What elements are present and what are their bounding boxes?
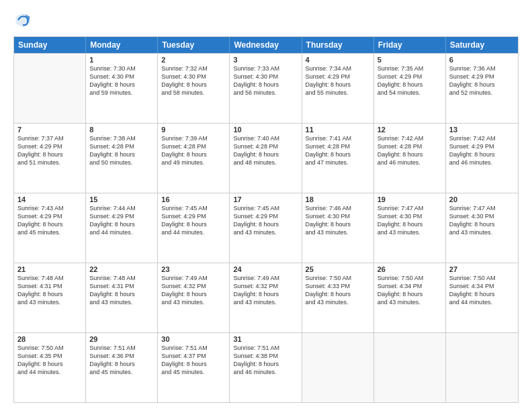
calendar-week-row: 28Sunrise: 7:50 AMSunset: 4:35 PMDayligh…: [14, 332, 518, 402]
cell-info-line: Daylight: 8 hours: [89, 81, 154, 89]
cell-info-line: and 52 minutes.: [449, 89, 515, 97]
cell-info-line: Sunset: 4:29 PM: [161, 212, 226, 220]
day-number: 5: [378, 56, 442, 64]
cell-info-line: Daylight: 8 hours: [449, 150, 515, 158]
calendar: SundayMondayTuesdayWednesdayThursdayFrid…: [13, 36, 519, 403]
calendar-cell: 12Sunrise: 7:42 AMSunset: 4:28 PMDayligh…: [374, 124, 446, 193]
calendar-cell: 11Sunrise: 7:41 AMSunset: 4:28 PMDayligh…: [302, 124, 374, 193]
cell-info-line: Sunrise: 7:46 AM: [306, 204, 370, 212]
calendar-header: SundayMondayTuesdayWednesdayThursdayFrid…: [14, 37, 518, 53]
calendar-header-cell: Monday: [86, 37, 158, 53]
page-header: [13, 11, 519, 30]
cell-info-line: Sunrise: 7:49 AM: [233, 274, 298, 282]
day-number: 18: [306, 195, 370, 203]
cell-info-line: Daylight: 8 hours: [378, 290, 442, 298]
cell-info-line: Daylight: 8 hours: [161, 150, 226, 158]
cell-info-line: Sunrise: 7:40 AM: [233, 134, 298, 142]
cell-info-line: Daylight: 8 hours: [89, 150, 154, 158]
cell-info-line: Daylight: 8 hours: [161, 360, 226, 368]
calendar-header-cell: Sunday: [14, 37, 86, 53]
cell-info-line: Sunrise: 7:48 AM: [17, 274, 82, 282]
cell-info-line: Sunset: 4:34 PM: [378, 282, 442, 290]
cell-info-line: Daylight: 8 hours: [378, 150, 442, 158]
day-number: 4: [306, 56, 370, 64]
day-number: 16: [161, 195, 226, 203]
calendar-cell: 31Sunrise: 7:51 AMSunset: 4:38 PMDayligh…: [230, 333, 302, 402]
calendar-cell: 18Sunrise: 7:46 AMSunset: 4:30 PMDayligh…: [302, 193, 374, 263]
cell-info-line: Sunset: 4:28 PM: [161, 142, 226, 150]
cell-info-line: Sunset: 4:30 PM: [89, 73, 154, 81]
cell-info-line: Daylight: 8 hours: [306, 290, 370, 298]
cell-info-line: Sunset: 4:37 PM: [161, 352, 226, 360]
cell-info-line: Daylight: 8 hours: [233, 220, 298, 228]
calendar-header-cell: Saturday: [446, 37, 518, 53]
calendar-cell: 9Sunrise: 7:39 AMSunset: 4:28 PMDaylight…: [158, 124, 230, 193]
day-number: 15: [89, 195, 154, 203]
day-number: 8: [89, 126, 154, 134]
cell-info-line: Sunrise: 7:42 AM: [378, 134, 442, 142]
cell-info-line: Sunset: 4:31 PM: [89, 282, 154, 290]
cell-info-line: Sunset: 4:34 PM: [449, 282, 515, 290]
cell-info-line: and 50 minutes.: [89, 158, 154, 167]
calendar-week-row: 14Sunrise: 7:43 AMSunset: 4:29 PMDayligh…: [14, 193, 518, 263]
calendar-cell: 19Sunrise: 7:47 AMSunset: 4:30 PMDayligh…: [374, 193, 446, 263]
cell-info-line: Sunset: 4:30 PM: [449, 212, 515, 220]
day-number: 3: [233, 56, 298, 64]
cell-info-line: Sunrise: 7:50 AM: [17, 344, 82, 352]
cell-info-line: Sunrise: 7:45 AM: [161, 204, 226, 212]
day-number: 17: [233, 195, 298, 203]
calendar-cell: 14Sunrise: 7:43 AMSunset: 4:29 PMDayligh…: [14, 193, 86, 263]
day-number: 26: [378, 265, 442, 273]
cell-info-line: Sunrise: 7:33 AM: [233, 64, 298, 73]
cell-info-line: and 43 minutes.: [17, 298, 82, 306]
calendar-header-cell: Tuesday: [158, 37, 230, 53]
day-number: 13: [449, 126, 515, 134]
calendar-body: 1Sunrise: 7:30 AMSunset: 4:30 PMDaylight…: [14, 53, 518, 402]
calendar-cell: 7Sunrise: 7:37 AMSunset: 4:29 PMDaylight…: [14, 124, 86, 193]
day-number: 21: [17, 265, 82, 273]
calendar-header-cell: Wednesday: [230, 37, 302, 53]
cell-info-line: Sunrise: 7:51 AM: [233, 344, 298, 352]
calendar-cell: [302, 333, 374, 402]
cell-info-line: Sunset: 4:32 PM: [161, 282, 226, 290]
day-number: 2: [161, 56, 226, 64]
calendar-week-row: 21Sunrise: 7:48 AMSunset: 4:31 PMDayligh…: [14, 263, 518, 332]
calendar-cell: 26Sunrise: 7:50 AMSunset: 4:34 PMDayligh…: [374, 263, 446, 332]
cell-info-line: Sunrise: 7:45 AM: [233, 204, 298, 212]
cell-info-line: Daylight: 8 hours: [449, 81, 515, 89]
cell-info-line: Sunrise: 7:44 AM: [89, 204, 154, 212]
day-number: 27: [449, 265, 515, 273]
cell-info-line: and 43 minutes.: [233, 228, 298, 236]
cell-info-line: Sunset: 4:28 PM: [89, 142, 154, 150]
cell-info-line: and 56 minutes.: [233, 89, 298, 97]
cell-info-line: Daylight: 8 hours: [89, 220, 154, 228]
calendar-cell: 16Sunrise: 7:45 AMSunset: 4:29 PMDayligh…: [158, 193, 230, 263]
calendar-cell: 1Sunrise: 7:30 AMSunset: 4:30 PMDaylight…: [86, 54, 158, 123]
cell-info-line: and 44 minutes.: [161, 228, 226, 236]
cell-info-line: Sunset: 4:32 PM: [233, 282, 298, 290]
calendar-week-row: 1Sunrise: 7:30 AMSunset: 4:30 PMDaylight…: [14, 53, 518, 123]
cell-info-line: Sunrise: 7:48 AM: [89, 274, 154, 282]
cell-info-line: Sunrise: 7:41 AM: [306, 134, 370, 142]
cell-info-line: Sunset: 4:28 PM: [233, 142, 298, 150]
cell-info-line: and 43 minutes.: [306, 298, 370, 306]
cell-info-line: Sunset: 4:31 PM: [17, 282, 82, 290]
cell-info-line: and 43 minutes.: [306, 228, 370, 236]
cell-info-line: and 44 minutes.: [89, 228, 154, 236]
cell-info-line: Sunrise: 7:35 AM: [378, 64, 442, 73]
cell-info-line: Daylight: 8 hours: [17, 150, 82, 158]
cell-info-line: Daylight: 8 hours: [233, 360, 298, 368]
cell-info-line: and 43 minutes.: [378, 228, 442, 236]
calendar-cell: 24Sunrise: 7:49 AMSunset: 4:32 PMDayligh…: [230, 263, 302, 332]
calendar-cell: 28Sunrise: 7:50 AMSunset: 4:35 PMDayligh…: [14, 333, 86, 402]
day-number: 20: [449, 195, 515, 203]
cell-info-line: Sunrise: 7:51 AM: [161, 344, 226, 352]
cell-info-line: Sunrise: 7:51 AM: [89, 344, 154, 352]
cell-info-line: Daylight: 8 hours: [306, 150, 370, 158]
cell-info-line: Daylight: 8 hours: [233, 290, 298, 298]
cell-info-line: Sunrise: 7:47 AM: [378, 204, 442, 212]
cell-info-line: Daylight: 8 hours: [161, 290, 226, 298]
calendar-cell: 2Sunrise: 7:32 AMSunset: 4:30 PMDaylight…: [158, 54, 230, 123]
calendar-cell: 22Sunrise: 7:48 AMSunset: 4:31 PMDayligh…: [86, 263, 158, 332]
cell-info-line: Sunset: 4:30 PM: [161, 73, 226, 81]
